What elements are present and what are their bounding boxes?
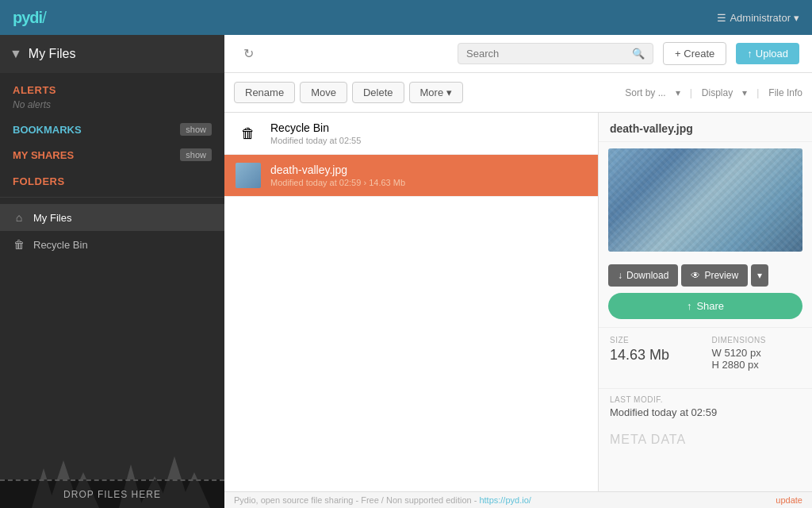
file-item-death-valley-info: death-valley.jpg Modified today at 02:59… <box>270 164 405 187</box>
sidebar-header: ▼ My Files <box>0 35 224 73</box>
download-button[interactable]: ↓ Download <box>608 264 678 287</box>
w-label: W <box>712 347 722 359</box>
file-item-recyclebin-info: Recycle Bin Modified today at 02:55 <box>270 121 361 145</box>
footer: Pydio, open source file sharing - Free /… <box>224 491 812 508</box>
file-list: 🗑 Recycle Bin Modified today at 02:55 de… <box>224 113 598 491</box>
preview-image-container <box>599 142 812 258</box>
toolbar: Rename Move Delete More ▾ Sort by ... ▾ … <box>224 73 812 113</box>
more-label: More <box>420 87 444 98</box>
share-label: Share <box>696 300 724 312</box>
death-valley-meta-text: Modified today at 02:59 <box>270 178 361 187</box>
death-valley-thumbnail <box>236 163 261 188</box>
file-item-death-valley[interactable]: death-valley.jpg Modified today at 02:59… <box>224 155 598 197</box>
toolbar-right: Sort by ... ▾ | Display ▾ | File Info <box>625 87 802 98</box>
sidebar-alerts-section: Alerts No alerts <box>0 73 224 114</box>
sort-by-button[interactable]: Sort by ... <box>625 87 665 98</box>
preview-image <box>608 148 802 252</box>
sidebar-alerts-title: Alerts <box>13 84 56 96</box>
admin-menu[interactable]: ☰ Administrator ▾ <box>717 12 799 24</box>
sidebar-bookmarks-title: Bookmarks <box>13 124 82 136</box>
sidebar-item-myfiles[interactable]: ⌂ My Files <box>0 204 224 231</box>
home-icon: ⌂ <box>13 211 25 224</box>
logo-text: pydi <box>13 9 42 26</box>
h-label: H <box>712 359 719 371</box>
sidebar-folders-section: Folders <box>0 164 224 190</box>
content-area: 🗑 Recycle Bin Modified today at 02:55 de… <box>224 113 812 491</box>
chevron-down-icon: ▾ <box>794 12 799 24</box>
sidebar-bookmarks-show[interactable]: show <box>180 123 212 136</box>
share-button[interactable]: ↑ Share <box>608 293 802 319</box>
admin-icon: ☰ <box>717 12 726 24</box>
admin-label: Administrator <box>730 12 791 24</box>
preview-meta-row-1: SIZE 14.63 Mb DIMENSIONS W 5120 px H <box>610 336 801 371</box>
rename-button[interactable]: Rename <box>234 82 295 103</box>
file-item-recyclebin[interactable]: 🗑 Recycle Bin Modified today at 02:55 <box>224 113 598 155</box>
preview-button[interactable]: 👁 Preview <box>681 264 748 287</box>
more-chevron-icon: ▾ <box>446 87 452 98</box>
main-header: ↻ 🔍 + Create ↑ Upload <box>224 35 812 73</box>
dimensions-label: DIMENSIONS <box>712 336 802 344</box>
display-chevron-icon: ▾ <box>742 87 747 98</box>
last-mod-label: LAST MODIF. <box>610 395 801 404</box>
delete-label: Delete <box>363 87 393 98</box>
search-box: 🔍 <box>458 43 653 64</box>
share-icon: ↑ <box>687 300 692 312</box>
upload-button[interactable]: ↑ Upload <box>736 43 799 64</box>
sidebar-bookmarks-row: Bookmarks show <box>0 114 224 139</box>
footer-text: Pydio, open source file sharing - Free /… <box>234 495 531 505</box>
more-actions-button[interactable]: ▾ <box>751 264 768 287</box>
preview-panel: death-valley.jpg ↓ Download 👁 Preview ▾ <box>598 113 812 491</box>
footer-update[interactable]: update <box>776 495 802 505</box>
sidebar-collapse-arrow[interactable]: ▼ <box>10 47 22 61</box>
file-info-button[interactable]: File Info <box>768 87 802 98</box>
main-content: ↻ 🔍 + Create ↑ Upload Rename Mov <box>224 35 812 508</box>
move-label: Move <box>311 87 336 98</box>
refresh-button[interactable]: ↻ <box>237 43 260 64</box>
dimension-w: W 5120 px <box>712 347 802 359</box>
last-mod-value: Modified today at 02:59 <box>610 406 801 418</box>
footer-text-content: Pydio, open source file sharing - Free /… <box>234 495 477 505</box>
move-button[interactable]: Move <box>300 82 347 103</box>
death-valley-size-inline: 14.63 Mb <box>369 178 405 187</box>
pipe-2: | <box>756 87 759 98</box>
recycle-bin-name: Recycle Bin <box>270 121 361 134</box>
sidebar-folders-title: Folders <box>13 175 65 187</box>
size-label: SIZE <box>610 336 699 344</box>
sidebar: ▼ My Files Alerts No alerts Bookmarks sh… <box>0 35 224 508</box>
preview-last-mod: LAST MODIF. Modified today at 02:59 <box>599 388 812 425</box>
sidebar-divider <box>0 197 224 198</box>
sidebar-item-myfiles-label: My Files <box>33 212 71 224</box>
logo-slash: / <box>42 9 46 26</box>
delete-button[interactable]: Delete <box>352 82 404 103</box>
footer-link[interactable]: https://pyd.io/ <box>479 495 530 505</box>
more-actions-icon: ▾ <box>757 270 762 281</box>
sidebar-myshares-row: My Shares show <box>0 139 224 164</box>
meta-data-title: META DATA <box>599 425 812 450</box>
sidebar-title: My Files <box>29 47 76 61</box>
download-label: Download <box>626 270 668 281</box>
refresh-icon: ↻ <box>243 47 254 60</box>
main-layout: ▼ My Files Alerts No alerts Bookmarks sh… <box>0 35 812 508</box>
create-button[interactable]: + Create <box>663 42 726 65</box>
death-valley-meta: Modified today at 02:59 › 14.63 Mb <box>270 178 405 187</box>
sidebar-myshares-show[interactable]: show <box>180 148 212 161</box>
create-label: + Create <box>675 48 714 60</box>
sort-chevron-icon: ▾ <box>676 87 680 98</box>
drop-files-area[interactable]: DROP FILES HERE <box>0 479 224 508</box>
preview-label: Preview <box>704 270 738 281</box>
preview-filename: death-valley.jpg <box>599 113 812 142</box>
topbar: pydi/ ☰ Administrator ▾ <box>0 0 812 35</box>
toolbar-left: Rename Move Delete More ▾ <box>234 82 463 103</box>
display-button[interactable]: Display <box>702 87 733 98</box>
dimension-h: H 2880 px <box>712 359 802 371</box>
more-button[interactable]: More ▾ <box>409 82 464 103</box>
recycle-bin-meta: Modified today at 02:55 <box>270 136 361 145</box>
sidebar-item-recyclebin[interactable]: 🗑 Recycle Bin <box>0 231 224 258</box>
upload-icon: ↑ <box>747 48 753 60</box>
recycle-bin-icon: 🗑 <box>236 121 261 146</box>
search-input[interactable] <box>466 48 627 60</box>
h-value: 2880 px <box>722 359 759 371</box>
app-logo: pydi/ <box>13 9 46 27</box>
drop-files-label: DROP FILES HERE <box>63 489 161 500</box>
preview-actions: ↓ Download 👁 Preview ▾ <box>599 258 812 293</box>
